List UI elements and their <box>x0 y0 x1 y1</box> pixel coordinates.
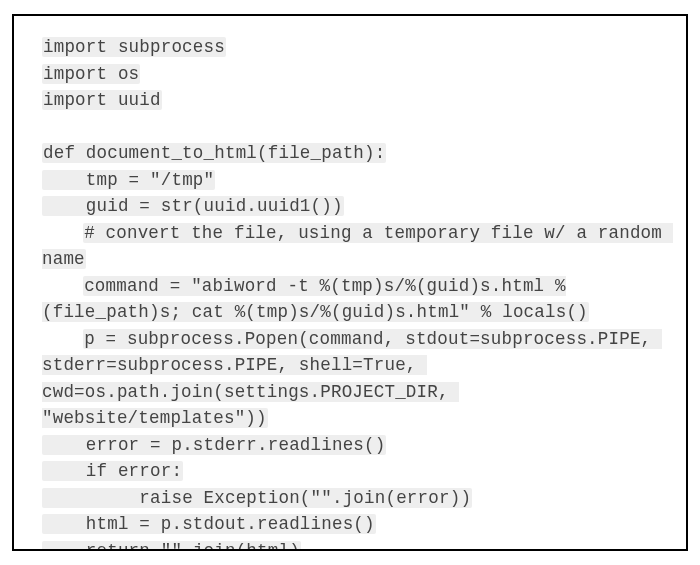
code-text: raise Exception("".join(error)) <box>42 488 472 508</box>
code-line: command = "abiword -t %(tmp)s/%(guid)s.h… <box>42 273 674 326</box>
code-line: html = p.stdout.readlines() <box>42 511 674 538</box>
code-line: guid = str(uuid.uuid1()) <box>42 193 674 220</box>
code-text: html = p.stdout.readlines() <box>42 514 376 534</box>
code-text: command = "abiword -t %(tmp)s/%(guid)s.h… <box>42 276 589 323</box>
code-text: import subprocess <box>42 37 226 57</box>
code-frame: import subprocessimport osimport uuid de… <box>12 14 688 551</box>
code-block: import subprocessimport osimport uuid de… <box>42 34 674 551</box>
code-text: guid = str(uuid.uuid1()) <box>42 196 344 216</box>
code-text: import uuid <box>42 90 162 110</box>
code-text: import os <box>42 64 140 84</box>
code-text: p = subprocess.Popen(command, stdout=sub… <box>42 329 662 429</box>
code-text: return "".join(html) <box>42 541 301 552</box>
code-line: p = subprocess.Popen(command, stdout=sub… <box>42 326 674 432</box>
code-text: # convert the file, using a temporary fi… <box>42 223 673 270</box>
code-text: tmp = "/tmp" <box>42 170 215 190</box>
code-line: import subprocess <box>42 34 674 61</box>
code-line: tmp = "/tmp" <box>42 167 674 194</box>
code-line: import os <box>42 61 674 88</box>
code-text: error = p.stderr.readlines() <box>42 435 386 455</box>
code-line <box>42 114 674 141</box>
code-line: raise Exception("".join(error)) <box>42 485 674 512</box>
code-line: def document_to_html(file_path): <box>42 140 674 167</box>
code-text: def document_to_html(file_path): <box>42 143 386 163</box>
code-line: error = p.stderr.readlines() <box>42 432 674 459</box>
code-line: # convert the file, using a temporary fi… <box>42 220 674 273</box>
code-line: import uuid <box>42 87 674 114</box>
code-text: if error: <box>42 461 183 481</box>
code-line: return "".join(html) <box>42 538 674 552</box>
code-line: if error: <box>42 458 674 485</box>
